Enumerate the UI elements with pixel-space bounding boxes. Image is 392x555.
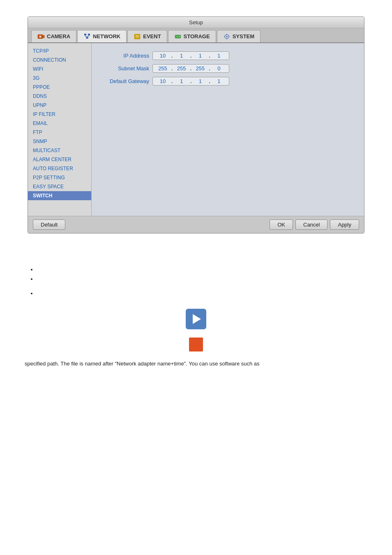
gateway-dot-3: . bbox=[209, 78, 210, 84]
subnet-mask-label: Subnet Mask bbox=[100, 65, 149, 72]
subnet-dot-3: . bbox=[209, 65, 210, 72]
sidebar-item-3g[interactable]: 3G bbox=[28, 74, 91, 83]
sidebar-item-ftp[interactable]: FTP bbox=[28, 128, 91, 137]
svg-rect-4 bbox=[88, 34, 90, 35]
tab-bar: CAMERA NETWORK bbox=[28, 28, 364, 43]
sidebar-item-alarmcenter[interactable]: ALARM CENTER bbox=[28, 155, 91, 164]
bullet-item-3 bbox=[37, 290, 367, 296]
system-icon bbox=[223, 33, 231, 40]
sidebar-item-connection[interactable]: CONNECTION bbox=[28, 56, 91, 65]
sidebar-item-ddns[interactable]: DDNS bbox=[28, 92, 91, 101]
tab-storage-label: STORAGE bbox=[184, 33, 210, 39]
action-buttons: OK Cancel Apply bbox=[270, 220, 359, 230]
subnet-seg4[interactable] bbox=[212, 65, 226, 72]
ip-address-input-group: . . . bbox=[152, 51, 229, 60]
tab-camera[interactable]: CAMERA bbox=[31, 30, 76, 42]
subnet-dot-1: . bbox=[171, 65, 173, 72]
subnet-seg2[interactable] bbox=[174, 65, 189, 72]
event-icon bbox=[134, 33, 141, 40]
gateway-seg1[interactable] bbox=[155, 78, 170, 84]
stop-button-container bbox=[25, 338, 367, 352]
bullet-list-middle bbox=[37, 290, 367, 296]
subnet-dot-2: . bbox=[190, 65, 192, 72]
bullet-item-1 bbox=[37, 266, 367, 273]
ip-dot-1: . bbox=[171, 53, 173, 59]
sidebar-item-tcpip[interactable]: TCP/IP bbox=[28, 46, 91, 56]
subnet-mask-input-group: . . . bbox=[152, 64, 229, 73]
tab-event[interactable]: EVENT bbox=[127, 30, 167, 42]
dialog-titlebar: Setup bbox=[28, 17, 364, 28]
setup-dialog: Setup CAMERA bbox=[28, 16, 364, 234]
tab-network[interactable]: NETWORK bbox=[77, 30, 127, 42]
sidebar: TCP/IP CONNECTION WIFI 3G PPPOE DDNS UPN… bbox=[28, 43, 92, 216]
svg-rect-10 bbox=[134, 34, 140, 39]
storage-icon bbox=[174, 33, 182, 40]
ip-seg3[interactable] bbox=[193, 53, 208, 59]
network-form: IP Address . . . Subnet Mask bbox=[100, 51, 356, 86]
sidebar-item-easyspace[interactable]: EASY SPACE bbox=[28, 182, 91, 191]
ip-address-label: IP Address bbox=[100, 53, 149, 59]
svg-marker-1 bbox=[43, 35, 44, 38]
bullet-list-top bbox=[37, 266, 367, 282]
ok-button[interactable]: OK bbox=[270, 220, 293, 230]
content-panel: IP Address . . . Subnet Mask bbox=[92, 43, 364, 216]
svg-point-2 bbox=[39, 35, 42, 37]
gateway-dot-1: . bbox=[171, 78, 173, 84]
gateway-dot-2: . bbox=[190, 78, 192, 84]
apply-button[interactable]: Apply bbox=[330, 220, 359, 230]
play-triangle-icon bbox=[193, 314, 201, 324]
svg-rect-5 bbox=[86, 37, 88, 39]
tab-system[interactable]: SYSTEM bbox=[217, 30, 261, 42]
svg-point-14 bbox=[179, 36, 180, 37]
default-button[interactable]: Default bbox=[33, 220, 65, 230]
sidebar-item-snmp[interactable]: SNMP bbox=[28, 137, 91, 146]
sidebar-item-autoregister[interactable]: AUTO REGISTER bbox=[28, 164, 91, 173]
ip-seg1[interactable] bbox=[155, 53, 170, 59]
svg-point-17 bbox=[226, 36, 228, 37]
ip-seg2[interactable] bbox=[174, 53, 189, 59]
default-gateway-input-group: . . . bbox=[152, 77, 229, 86]
bottom-text: specified path. The file is named after … bbox=[25, 360, 367, 368]
svg-rect-3 bbox=[84, 34, 86, 35]
tab-camera-label: CAMERA bbox=[47, 33, 70, 39]
subnet-mask-row: Subnet Mask . . . bbox=[100, 64, 356, 73]
camera-icon bbox=[37, 33, 45, 40]
default-gateway-row: Default Gateway . . . bbox=[100, 77, 356, 86]
gateway-seg4[interactable] bbox=[212, 78, 226, 84]
stop-button[interactable] bbox=[189, 338, 203, 352]
main-content: TCP/IP CONNECTION WIFI 3G PPPOE DDNS UPN… bbox=[28, 43, 364, 216]
gateway-seg3[interactable] bbox=[193, 78, 208, 84]
default-gateway-label: Default Gateway bbox=[100, 78, 149, 84]
sidebar-item-ipfilter[interactable]: IP FILTER bbox=[28, 110, 91, 119]
dialog-title: Setup bbox=[189, 19, 203, 25]
sidebar-item-upnp[interactable]: UPNP bbox=[28, 101, 91, 110]
bullet-item-2 bbox=[37, 276, 367, 282]
sidebar-item-wifi[interactable]: WIFI bbox=[28, 65, 91, 74]
page-body: specified path. The file is named after … bbox=[0, 250, 392, 377]
play-button-container bbox=[25, 309, 367, 329]
gateway-seg2[interactable] bbox=[174, 78, 189, 84]
sidebar-item-p2psetting[interactable]: P2P SETTING bbox=[28, 173, 91, 182]
tab-storage[interactable]: STORAGE bbox=[168, 30, 216, 42]
ip-dot-3: . bbox=[209, 53, 210, 59]
sidebar-item-multicast[interactable]: MULTICAST bbox=[28, 146, 91, 155]
cancel-button[interactable]: Cancel bbox=[295, 220, 327, 230]
sidebar-item-email[interactable]: EMAIL bbox=[28, 119, 91, 128]
tab-system-label: SYSTEM bbox=[233, 33, 254, 39]
tab-event-label: EVENT bbox=[143, 33, 161, 39]
subnet-seg3[interactable] bbox=[193, 65, 208, 72]
tab-network-label: NETWORK bbox=[93, 33, 120, 39]
ip-dot-2: . bbox=[190, 53, 192, 59]
sidebar-item-switch[interactable]: SWITCH bbox=[28, 191, 91, 200]
network-icon bbox=[83, 32, 91, 40]
subnet-seg1[interactable] bbox=[155, 65, 170, 72]
ip-seg4[interactable] bbox=[212, 53, 226, 59]
ip-address-row: IP Address . . . bbox=[100, 51, 356, 60]
play-button[interactable] bbox=[186, 309, 206, 329]
footer-bar: Default OK Cancel Apply bbox=[28, 216, 364, 233]
sidebar-item-pppoe[interactable]: PPPOE bbox=[28, 83, 91, 92]
